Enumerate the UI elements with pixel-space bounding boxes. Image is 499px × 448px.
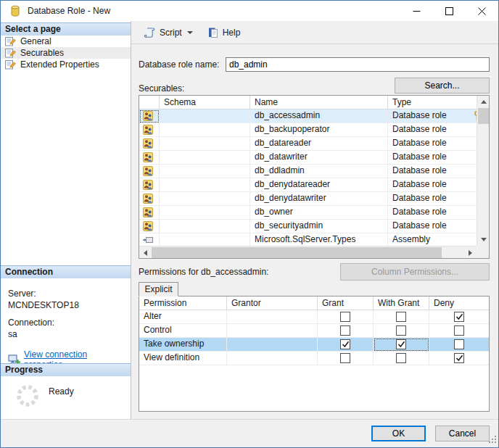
securables-cell-name: db_owner (250, 206, 388, 220)
permissions-header-deny: Deny (429, 296, 489, 310)
securables-header-schema: Schema (160, 96, 250, 109)
permission-grantor (227, 338, 318, 352)
deny-checkbox[interactable] (454, 325, 464, 336)
permissions-rows: AlterControlTake ownershipView definitio… (139, 310, 489, 365)
permission-with-grant-cell (374, 310, 429, 324)
securables-cell-schema (160, 165, 250, 178)
permission-deny-cell (429, 310, 489, 324)
role-icon (139, 220, 160, 233)
securables-row[interactable]: db_ddladminDatabase role (139, 165, 480, 178)
page-icon (4, 59, 16, 70)
securables-vertical-scrollbar[interactable] (477, 96, 489, 246)
grant-checkbox[interactable] (340, 312, 350, 322)
permission-row[interactable]: View definition (139, 352, 489, 365)
with-grant-checkbox[interactable] (396, 325, 406, 336)
securables-cell-schema (160, 109, 250, 123)
cancel-button[interactable]: Cancel (435, 426, 490, 441)
footer-bar: OK Cancel (1, 419, 498, 447)
ok-button[interactable]: OK (371, 426, 426, 441)
grant-checkbox[interactable] (340, 353, 350, 363)
sidebar-item-securables[interactable]: Securables (1, 47, 131, 59)
resize-grip[interactable] (488, 435, 497, 446)
deny-checkbox[interactable] (454, 353, 464, 363)
securables-row[interactable]: db_ownerDatabase role (139, 206, 480, 220)
securables-row[interactable]: db_datawriterDatabase role (139, 151, 480, 165)
permissions-header-permission: Permission (139, 296, 227, 310)
securables-cell-name: db_denydatawriter (250, 192, 388, 206)
grant-checkbox[interactable] (340, 325, 350, 336)
securables-cell-type: Database role (388, 151, 480, 165)
connection-header: Connection (1, 265, 131, 278)
progress-section: Progress Ready (1, 363, 131, 410)
securables-row[interactable]: db_denydatawriterDatabase role (139, 192, 480, 206)
tab-explicit[interactable]: Explicit (139, 282, 178, 296)
securables-label: Securables: (139, 83, 184, 94)
vertical-scroll-thumb[interactable] (478, 108, 489, 124)
with-grant-checkbox[interactable] (396, 353, 406, 363)
sidebar-item-label: Securables (20, 48, 64, 58)
select-a-page-header: Select a page (1, 22, 131, 36)
toolbar: Script Help (131, 21, 498, 44)
permission-row[interactable]: Take ownership (139, 338, 489, 352)
securables-row[interactable]: db_backupoperatorDatabase role (139, 123, 480, 137)
scroll-up-icon[interactable] (477, 96, 490, 108)
script-button[interactable]: Script (139, 25, 197, 41)
deny-checkbox[interactable] (454, 312, 464, 322)
permission-name: Control (139, 324, 227, 338)
permission-with-grant-cell (374, 338, 429, 352)
server-label: Server: (8, 289, 123, 299)
page-icon (4, 36, 16, 47)
role-icon (139, 123, 160, 137)
securables-rows: db_accessadminDatabase roledb_backupoper… (139, 109, 480, 247)
help-button[interactable]: Help (203, 25, 245, 41)
scroll-right-icon[interactable] (464, 246, 477, 259)
securables-cell-name: db_backupoperator (250, 123, 388, 137)
securables-horizontal-scrollbar[interactable] (139, 246, 477, 258)
permissions-header-row: Permission Grantor Grant With Grant Deny (139, 296, 489, 310)
securables-row[interactable]: db_securityadminDatabase role (139, 220, 480, 233)
page-icon (4, 47, 16, 59)
securables-row[interactable]: db_accessadminDatabase role (139, 109, 480, 123)
role-icon (139, 192, 160, 206)
main-content: Database role name: Securables: Search..… (131, 44, 498, 419)
sidebar-item-general[interactable]: General (1, 36, 131, 47)
grant-checkbox[interactable] (340, 339, 350, 349)
deny-checkbox[interactable] (454, 339, 464, 349)
horizontal-scroll-thumb[interactable] (152, 247, 442, 258)
role-name-input[interactable] (226, 57, 490, 72)
scroll-left-icon[interactable] (139, 246, 152, 259)
role-icon (139, 109, 160, 123)
server-value: MCNDESKTOP18 (8, 300, 123, 310)
securables-cell-type: Database role (388, 220, 480, 233)
title-bar: Database Role - New (1, 1, 498, 21)
role-icon (139, 137, 160, 151)
permission-grant-cell (318, 310, 374, 324)
scroll-down-icon[interactable] (477, 233, 490, 246)
script-dropdown-caret-icon (187, 31, 193, 34)
help-icon (207, 27, 219, 38)
securables-cell-schema (160, 151, 250, 165)
close-button[interactable] (466, 1, 498, 21)
search-button[interactable]: Search... (395, 78, 490, 94)
with-grant-checkbox[interactable] (396, 339, 406, 349)
minimize-button[interactable] (400, 1, 433, 21)
sidebar-item-extended-properties[interactable]: Extended Properties (1, 59, 131, 70)
role-icon (139, 165, 160, 178)
securables-cell-schema (160, 137, 250, 151)
permission-row[interactable]: Control (139, 324, 489, 338)
permission-row[interactable]: Alter (139, 310, 489, 324)
help-label: Help (223, 28, 241, 38)
securables-row[interactable]: db_datareaderDatabase role (139, 137, 480, 151)
connection-label: Connection: (8, 318, 123, 328)
with-grant-checkbox[interactable] (396, 312, 406, 322)
scrollbar-corner (477, 246, 489, 258)
securables-header-row: Schema Name Type (139, 96, 489, 109)
role-icon (139, 206, 160, 220)
permission-grantor (227, 352, 318, 365)
sidebar: Select a page GeneralSecurablesExtended … (1, 21, 131, 419)
securables-cell-name: db_datareader (250, 137, 388, 151)
securables-cell-type: Database role (388, 109, 480, 123)
maximize-button[interactable] (433, 1, 466, 21)
securables-row[interactable]: db_denydatareaderDatabase role (139, 178, 480, 192)
permissions-header-grantor: Grantor (227, 296, 318, 310)
